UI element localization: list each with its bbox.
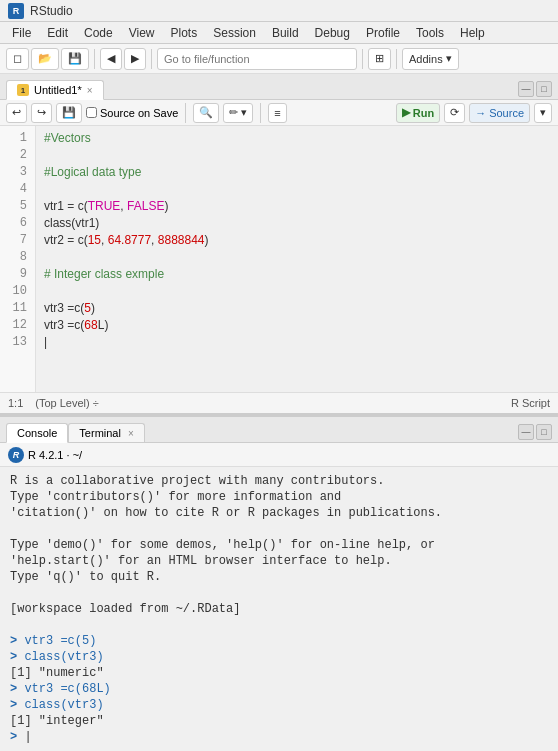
- editor-maximize-button[interactable]: □: [536, 81, 552, 97]
- menu-profile[interactable]: Profile: [358, 24, 408, 42]
- redo-button[interactable]: ↪: [31, 103, 52, 123]
- grid-view-button[interactable]: ⊞: [368, 48, 391, 70]
- menu-code[interactable]: Code: [76, 24, 121, 42]
- toolbar-separator-1: [94, 49, 95, 69]
- nav-buttons: ◀ ▶: [100, 48, 146, 70]
- startup-text: R is a collaborative project with many c…: [10, 474, 442, 616]
- prompt-1: >: [10, 634, 24, 648]
- menu-plots[interactable]: Plots: [163, 24, 206, 42]
- console-content[interactable]: R is a collaborative project with many c…: [0, 467, 558, 751]
- menu-view[interactable]: View: [121, 24, 163, 42]
- status-bar: 1:1 (Top Level) ÷ R Script: [0, 392, 558, 414]
- r-logo-icon: R: [8, 447, 24, 463]
- rerun-button[interactable]: ⟳: [444, 103, 465, 123]
- main-container: 1 Untitled1* × — □ ↩ ↪ 💾 Source on Save …: [0, 74, 558, 751]
- menu-tools[interactable]: Tools: [408, 24, 452, 42]
- cursor-indicator: |: [24, 730, 31, 744]
- toolbar-separator-3: [362, 49, 363, 69]
- terminal-close-icon[interactable]: ×: [128, 428, 134, 439]
- menu-edit[interactable]: Edit: [39, 24, 76, 42]
- console-tabs: Console Terminal ×: [6, 423, 145, 442]
- menu-bar: File Edit Code View Plots Session Build …: [0, 22, 558, 44]
- run-button[interactable]: ▶ Run: [396, 103, 440, 123]
- tab-file-icon: 1: [17, 84, 29, 96]
- console-tab-console[interactable]: Console: [6, 423, 68, 443]
- cmd-2: class(vtr3): [24, 650, 103, 664]
- cursor-position: 1:1: [8, 397, 23, 409]
- current-prompt: >: [10, 730, 24, 744]
- r-version-label: R 4.2.1 · ~/: [28, 449, 82, 461]
- scope-indicator: (Top Level) ÷: [35, 397, 99, 409]
- console-maximize-button[interactable]: □: [536, 424, 552, 440]
- tab-close-icon[interactable]: ×: [87, 85, 93, 96]
- source-button[interactable]: → Source: [469, 103, 530, 123]
- source-arrow-icon: →: [475, 107, 486, 119]
- editor-toolbar: ↩ ↪ 💾 Source on Save 🔍 ✏ ▾ ≡ ▶ Run ⟳ → S…: [0, 100, 558, 126]
- menu-file[interactable]: File: [4, 24, 39, 42]
- console-section: Console Terminal × — □ R R 4.2.1 · ~/ R …: [0, 417, 558, 751]
- app-title: RStudio: [30, 4, 73, 18]
- console-tab-terminal[interactable]: Terminal ×: [68, 423, 144, 442]
- lines-button[interactable]: ≡: [268, 103, 286, 123]
- open-file-button[interactable]: 📂: [31, 48, 59, 70]
- cmd-4: class(vtr3): [24, 698, 103, 712]
- menu-build[interactable]: Build: [264, 24, 307, 42]
- editor-body: 1 2 3 4 5 6 7 8 9 10 11 12 13 #Vectors #…: [0, 126, 558, 392]
- editor-toolbar-sep-1: [185, 103, 186, 123]
- main-toolbar: ◻ 📂 💾 ◀ ▶ ⊞ Addins ▾: [0, 44, 558, 74]
- prompt-4: >: [10, 698, 24, 712]
- toolbar-separator-2: [151, 49, 152, 69]
- editor-tab-bar: 1 Untitled1* × — □: [0, 74, 558, 100]
- console-panel-buttons: — □: [518, 424, 552, 442]
- output-2: [1] "integer": [10, 714, 104, 728]
- undo-button[interactable]: ↩: [6, 103, 27, 123]
- save-file-button[interactable]: 💾: [61, 48, 89, 70]
- source-dropdown-button[interactable]: ▾: [534, 103, 552, 123]
- console-tab-bar: Console Terminal × — □: [0, 417, 558, 443]
- spellcheck-button[interactable]: ✏ ▾: [223, 103, 253, 123]
- line-numbers: 1 2 3 4 5 6 7 8 9 10 11 12 13: [0, 126, 36, 392]
- console-minimize-button[interactable]: —: [518, 424, 534, 440]
- forward-button[interactable]: ▶: [124, 48, 146, 70]
- prompt-2: >: [10, 650, 24, 664]
- menu-help[interactable]: Help: [452, 24, 493, 42]
- save-editor-button[interactable]: 💾: [56, 103, 82, 123]
- addins-chevron-icon: ▾: [446, 52, 452, 65]
- editor-minimize-button[interactable]: —: [518, 81, 534, 97]
- run-arrow-icon: ▶: [402, 106, 410, 119]
- code-editor[interactable]: #Vectors #Logical data type vtr1 = c(TRU…: [36, 126, 558, 392]
- menu-session[interactable]: Session: [205, 24, 264, 42]
- script-type: R Script: [511, 397, 550, 409]
- cmd-1: vtr3 =c(5): [24, 634, 96, 648]
- editor-panel-buttons: — □: [518, 81, 552, 99]
- editor-tab-untitled1[interactable]: 1 Untitled1* ×: [6, 80, 104, 100]
- search-editor-button[interactable]: 🔍: [193, 103, 219, 123]
- file-buttons: ◻ 📂 💾: [6, 48, 89, 70]
- status-left: 1:1 (Top Level) ÷: [8, 397, 99, 409]
- editor-toolbar-sep-2: [260, 103, 261, 123]
- source-on-save-label[interactable]: Source on Save: [86, 107, 178, 119]
- cmd-3: vtr3 =c(68L): [24, 682, 110, 696]
- new-file-button[interactable]: ◻: [6, 48, 29, 70]
- console-version-bar: R R 4.2.1 · ~/: [0, 443, 558, 467]
- back-button[interactable]: ◀: [100, 48, 122, 70]
- addins-dropdown[interactable]: Addins ▾: [402, 48, 459, 70]
- editor-tab-label: Untitled1*: [34, 84, 82, 96]
- goto-file-input[interactable]: [157, 48, 357, 70]
- toolbar-separator-4: [396, 49, 397, 69]
- prompt-3: >: [10, 682, 24, 696]
- source-on-save-checkbox[interactable]: [86, 107, 97, 118]
- title-bar: R RStudio: [0, 0, 558, 22]
- menu-debug[interactable]: Debug: [307, 24, 358, 42]
- editor-section: 1 Untitled1* × — □ ↩ ↪ 💾 Source on Save …: [0, 74, 558, 417]
- app-icon: R: [8, 3, 24, 19]
- output-1: [1] "numeric": [10, 666, 104, 680]
